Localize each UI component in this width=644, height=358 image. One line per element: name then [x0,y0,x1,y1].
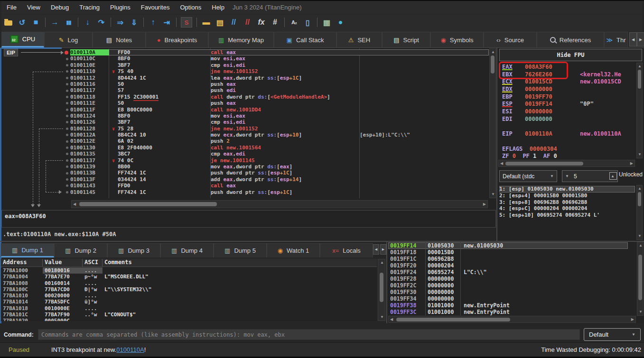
disasm-row[interactable]: 01001145FF7424 1Cpush dword ptr ss:[esp+… [1,189,489,195]
instruction-dot[interactable] [66,140,68,143]
menu-favourites[interactable]: Favourites [136,1,175,14]
tab-seh[interactable]: ⚠SEH [336,32,382,47]
instruction-dot[interactable] [66,102,68,104]
arguments-vertical-scrollbar[interactable]: ▲ ▼ [636,185,643,240]
disasm-row[interactable]: 0100110AFFD0call eax [1,49,489,55]
column-header-asci[interactable]: ASCI [83,259,103,266]
step-over-icon[interactable]: ↷ [94,16,108,28]
tab-watch-1[interactable]: ◉Watch 1 [267,243,320,257]
disasm-row[interactable]: 0100110C8BF0mov esi,eax [1,55,489,62]
stack-row[interactable]: 0019FF2C00000000 [388,282,628,289]
pause-icon[interactable]: ▮▮ [62,16,75,28]
stack-row[interactable]: 0019FF2800000000 [388,275,628,282]
registers-horizontal-scrollbar[interactable]: ◀ ▶ [498,160,635,167]
instruction-dot[interactable] [66,128,68,130]
register-row[interactable]: EDX00000000 [502,86,635,93]
stop-icon[interactable]: ■ [29,16,43,28]
tab-cpu[interactable]: CPU [1,32,44,47]
disassembly-vertical-scrollbar[interactable]: ▲ ▼ [489,48,496,198]
disasm-row[interactable]: 0100111650push eax [1,81,489,87]
menu-view[interactable]: View [22,1,46,14]
dump-tab-scroll-left-button[interactable]: ◀ [373,244,379,255]
comments-icon[interactable]: ▤ [213,16,227,28]
instruction-dot[interactable] [66,83,68,85]
disasm-row[interactable]: 01001118FF15 2C300001call dword ptr ds:[… [1,94,489,100]
menu-options[interactable]: Options [175,1,206,14]
argument-row[interactable]: 3: [esp+8] 006962B8 006962B8 [499,199,635,206]
function-icon[interactable]: fx [254,16,268,28]
instruction-dot[interactable] [66,96,68,98]
column-header-value[interactable]: Value [43,259,83,266]
register-row[interactable]: EIP0100110Anew.0100110A [502,130,635,138]
register-row[interactable]: EDI00000000 [502,116,635,123]
instruction-dot[interactable] [66,64,68,66]
disasm-row[interactable]: 01001137∨74 0Cje new.1001145 [1,157,489,164]
dump-row[interactable]: 77BA101C77BA7F90..°wL"CONOUT$" [1,312,377,318]
tab-memory-map[interactable]: ▥Memory Map [208,32,274,47]
dump-row[interactable]: 77BA100800160014.... [1,280,377,286]
stack-horizontal-scrollbar[interactable]: ◀ ▶ [388,316,636,323]
disasm-row[interactable]: 0100111FE8 B00C0000call new.1001DD4 [1,107,489,113]
tab-dump-4[interactable]: ▥Dump 4 [160,243,214,257]
database-icon[interactable]: ▯ [301,16,315,28]
instruction-dot[interactable] [66,115,68,117]
stack-row[interactable]: 0019FF3000000000 [388,289,628,295]
globe-icon[interactable]: ● [334,16,347,28]
disasm-row[interactable]: 010011398B00mov eax,dword ptr ds:[eax] [1,164,489,170]
tab-references[interactable]: References [537,32,604,47]
register-row[interactable]: ESI00000000 [502,108,635,116]
disasm-row[interactable]: 01001110∨75 40jne new.1001152 [1,68,489,74]
labels-icon[interactable]: // [227,16,241,28]
argument-row[interactable]: 1: [esp] 01005030 new.01005030 [499,186,635,193]
instruction-dot[interactable] [66,90,68,92]
dump-tab-scroll-right-button[interactable]: ▶ [380,244,386,255]
stack-vertical-scrollbar[interactable]: ▲ ▼ [637,242,644,316]
highlight-icon[interactable]: A₂ [287,16,301,28]
stack-row[interactable]: 0019FF3C01001000new.EntryPoint [388,309,628,315]
column-header-comments[interactable]: Comments [103,259,377,266]
disasm-row[interactable]: 01001130E8 2F040000call new.1001564 [1,145,489,151]
disasm-row[interactable]: 0100113F034424 14add eax,dword ptr ss:[e… [1,176,489,183]
restart-icon[interactable]: ↺ [15,16,29,28]
dump-row[interactable]: 77BA10180010000E.... [1,305,377,312]
stack-row[interactable]: 0019FF1C006962B8 [388,256,628,262]
disasm-row[interactable]: 0100110E3BF7cmp esi,edi [1,62,489,68]
instruction-dot[interactable] [66,58,68,60]
register-row[interactable]: EFLAGS 00000304 [502,146,635,153]
run-icon[interactable]: → [48,16,62,28]
tab-notes[interactable]: ▤Notes [93,32,146,47]
argument-row[interactable]: 4: [esp+C] 00000204 00000204 [499,205,635,212]
register-row[interactable]: ECX010015CDnew.010015CD [502,78,635,86]
tab-dump-5[interactable]: ▥Dump 5 [214,243,267,257]
instruction-dot[interactable] [66,77,68,79]
tab-scroll-left-button[interactable]: ◀ [629,32,637,46]
dump-row[interactable]: 77BA101000020000.... [1,293,377,299]
register-row[interactable]: ZF 0 PF 1 AF 0 [502,153,635,160]
disasm-row[interactable]: 010011128D4424 1Clea eax,dword ptr ss:[e… [1,75,489,81]
tab-locals[interactable]: x=Locals [320,243,373,257]
disasm-row[interactable]: 010011263BF7cmp esi,edi [1,119,489,125]
hash-icon[interactable]: # [268,16,282,28]
dump-row[interactable]: 77BA100C77BA7CD0Ð|°wL"\\SYSTEM32\\" [1,286,377,293]
animate-over-icon[interactable]: ⇓ [127,16,141,28]
stack-row[interactable]: 0019FF2400695274L"C:\\" [388,269,628,275]
disasm-row[interactable]: 0100111E50push eax [1,100,489,106]
instruction-dot[interactable] [66,153,68,155]
patches-icon[interactable]: ▬ [199,16,213,28]
dump-row[interactable]: 77BA100477BA7E70p~°wL"MSCOREE.DLL" [1,274,377,280]
argument-row[interactable]: 2: [esp+4] 000015B0 000015B0 [499,193,635,199]
tab-scroll-right-button[interactable]: ▶ [637,32,644,46]
step-into-icon[interactable]: ↓ [81,16,94,28]
menu-tracing[interactable]: Tracing [74,1,105,14]
instruction-dot[interactable] [66,184,68,187]
tab-source[interactable]: ‹›Source [484,32,537,47]
hide-fpu-button[interactable]: Hide FPU [499,49,642,61]
menu-debug[interactable]: Debug [46,1,74,14]
open-file-icon[interactable] [1,16,15,28]
disasm-row[interactable]: 010011248BF0mov esi,eax [1,113,489,119]
stack-row[interactable]: 0019FF3801001000new.EntryPoint [388,302,628,309]
run-to-user-code-icon[interactable]: ⇥ [160,16,174,28]
menu-help[interactable]: Help [206,1,230,14]
instruction-dot[interactable] [66,172,68,174]
breakpoint-dot[interactable] [65,51,68,55]
